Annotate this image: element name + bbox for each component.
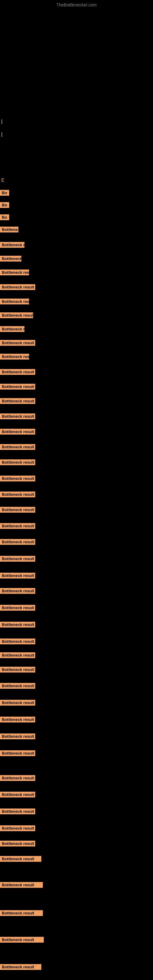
bottleneck-label-42: Bottleneck result bbox=[0, 717, 35, 722]
bottleneck-result-label-6: Bottleneck result bbox=[0, 937, 44, 943]
site-title: TheBottlenecker.com bbox=[0, 0, 153, 9]
bottleneck-label-13: Bottleneck bbox=[0, 256, 21, 261]
bottleneck-label-17: Bottleneck resul bbox=[0, 312, 33, 318]
bottleneck-label-33: Bottleneck result bbox=[0, 556, 35, 562]
bottleneck-label-36: Bottleneck result bbox=[0, 605, 35, 611]
bottleneck-result-label-4: Bottleneck result bbox=[0, 882, 43, 888]
bottleneck-label-47: Bottleneck result bbox=[0, 825, 35, 831]
bottleneck-label-44: Bottleneck result bbox=[0, 750, 35, 756]
bottleneck-label-22: Bottleneck result bbox=[0, 384, 35, 390]
bottleneck-label-12: Bottleneck r bbox=[0, 242, 24, 248]
bottleneck-label-27: Bottleneck result bbox=[0, 460, 35, 465]
cursor-label-50: | bbox=[1, 119, 2, 124]
cursor-label-52: E bbox=[1, 178, 5, 183]
bottleneck-label-26: Bottleneck result bbox=[0, 444, 35, 450]
bottleneck-result-label-7: Bottleneck result bbox=[0, 964, 41, 970]
cursor-label-51: | bbox=[1, 132, 2, 137]
bottleneck-label-41: Bottleneck result bbox=[0, 700, 35, 706]
bottleneck-label-20: Bottleneck res bbox=[0, 354, 29, 360]
bottleneck-label-48: Bottleneck result bbox=[0, 841, 35, 846]
bottleneck-label-24: Bottleneck result bbox=[0, 414, 35, 419]
bottleneck-label-11: Bottlene bbox=[0, 227, 18, 232]
bottleneck-result-label-1: Bottleneck result bbox=[0, 667, 35, 673]
bottleneck-label-37: Bottleneck result bbox=[0, 622, 35, 627]
bottleneck-result-label-5: Bottleneck result bbox=[0, 910, 43, 916]
bottleneck-label-23: Bottleneck result bbox=[0, 398, 35, 404]
bottleneck-label-18: Bottleneck r bbox=[0, 326, 24, 332]
bottleneck-label-32: Bottleneck result bbox=[0, 539, 35, 545]
bottleneck-label-29: Bottleneck result bbox=[0, 492, 35, 497]
bottleneck-label-35: Bottleneck result bbox=[0, 588, 35, 594]
bottleneck-label-10: Bo bbox=[0, 215, 9, 220]
bottleneck-label-31: Bottleneck result bbox=[0, 523, 35, 529]
bottleneck-label-30: Bottleneck result bbox=[0, 507, 35, 513]
bottleneck-label-9: Bo bbox=[0, 202, 9, 208]
bottleneck-label-15: Bottleneck result bbox=[0, 284, 35, 290]
bottleneck-label-21: Bottleneck result bbox=[0, 369, 35, 375]
bottleneck-label-28: Bottleneck result bbox=[0, 476, 35, 481]
bottleneck-label-40: Bottleneck result bbox=[0, 683, 35, 689]
bottleneck-result-label-3: Bottleneck result bbox=[0, 856, 41, 862]
bottleneck-result-label-2: Bottleneck result bbox=[0, 775, 35, 781]
bottleneck-label-16: Bottleneck res bbox=[0, 299, 29, 304]
bottleneck-label-45: Bottleneck result bbox=[0, 792, 35, 797]
bottleneck-label-38: Bottleneck result bbox=[0, 638, 35, 644]
bottleneck-label-8: Bo bbox=[0, 190, 9, 196]
bottleneck-label-34: Bottleneck result bbox=[0, 573, 35, 579]
bottleneck-label-46: Bottleneck result bbox=[0, 808, 35, 814]
bottleneck-label-19: Bottleneck result bbox=[0, 340, 35, 346]
bottleneck-label-39: Bottleneck result bbox=[0, 652, 35, 658]
bottleneck-label-43: Bottleneck result bbox=[0, 733, 35, 739]
bottleneck-label-14: Bottleneck res bbox=[0, 269, 29, 275]
bottleneck-label-25: Bottleneck result bbox=[0, 429, 35, 434]
